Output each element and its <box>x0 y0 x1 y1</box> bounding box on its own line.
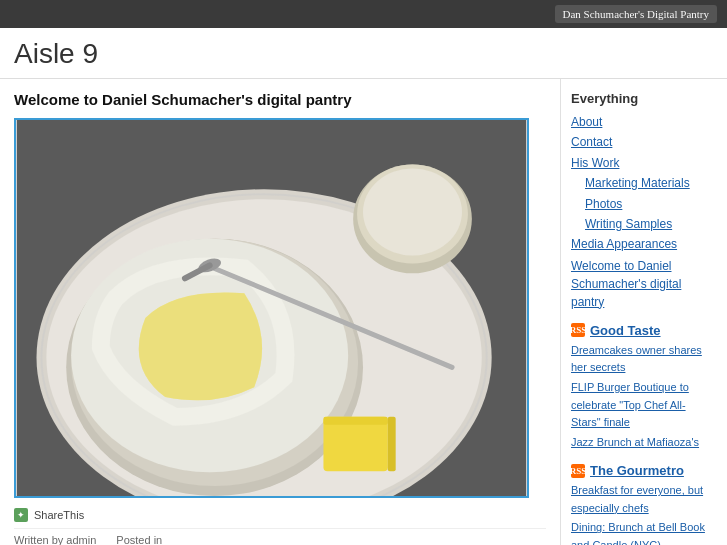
share-label[interactable]: ShareThis <box>34 509 84 521</box>
sidebar-link-media[interactable]: Media Appearances <box>571 234 715 254</box>
cheese-image <box>16 120 527 496</box>
sidebar-link-photos[interactable]: Photos <box>571 194 715 214</box>
rss-icon-gourmetro: RSS <box>571 464 585 478</box>
sidebar-everything-label: Everything <box>571 91 715 106</box>
sidebar-link-marketing[interactable]: Marketing Materials <box>571 173 715 193</box>
svg-point-15 <box>363 168 462 255</box>
sidebar-gourmetro-item-1[interactable]: Dining: Brunch at Bell Book and Candle (… <box>571 519 715 545</box>
written-by-bar: Written by admin Posted in <box>14 529 546 545</box>
svg-rect-8 <box>388 417 396 471</box>
svg-rect-6 <box>323 417 387 471</box>
sidebar-good-taste-title[interactable]: Good Taste <box>590 323 661 338</box>
sidebar-link-contact[interactable]: Contact <box>571 132 715 152</box>
sidebar-gourmetro-title[interactable]: The Gourmetro <box>590 463 684 478</box>
sidebar-link-welcome[interactable]: Welcome to Daniel Schumacher's digital p… <box>571 257 715 311</box>
site-header: Aisle 9 <box>0 28 727 79</box>
main-layout: Welcome to Daniel Schumacher's digital p… <box>0 79 727 545</box>
svg-rect-7 <box>323 417 387 425</box>
sidebar-good-taste-item-1[interactable]: FLIP Burger Boutique to celebrate "Top C… <box>571 379 715 432</box>
share-bar: ✦ ShareThis <box>14 508 546 529</box>
sidebar-link-writing[interactable]: Writing Samples <box>571 214 715 234</box>
written-by-label: Written by admin <box>14 534 96 545</box>
main-image-container <box>14 118 529 498</box>
top-bar: Dan Schumacher's Digital Pantry <box>0 0 727 28</box>
page-heading: Welcome to Daniel Schumacher's digital p… <box>14 91 546 108</box>
sidebar-good-taste-item-2[interactable]: Jazz Brunch at Mafiaoza's <box>571 434 715 452</box>
site-title: Aisle 9 <box>14 38 713 70</box>
share-icon: ✦ <box>14 508 28 522</box>
sidebar-gourmetro-item-0[interactable]: Breakfast for everyone, but especially c… <box>571 482 715 517</box>
sidebar-section-gourmetro: RSS The Gourmetro <box>571 463 715 478</box>
rss-icon-good-taste: RSS <box>571 323 585 337</box>
top-bar-label: Dan Schumacher's Digital Pantry <box>555 5 717 23</box>
sidebar: Everything About Contact His Work Market… <box>560 79 725 545</box>
sidebar-link-his-work[interactable]: His Work <box>571 153 715 173</box>
content-area: Welcome to Daniel Schumacher's digital p… <box>0 79 560 545</box>
sidebar-good-taste-item-0[interactable]: Dreamcakes owner shares her secrets <box>571 342 715 377</box>
sidebar-link-about[interactable]: About <box>571 112 715 132</box>
sidebar-section-good-taste: RSS Good Taste <box>571 323 715 338</box>
posted-in-label: Posted in <box>116 534 162 545</box>
